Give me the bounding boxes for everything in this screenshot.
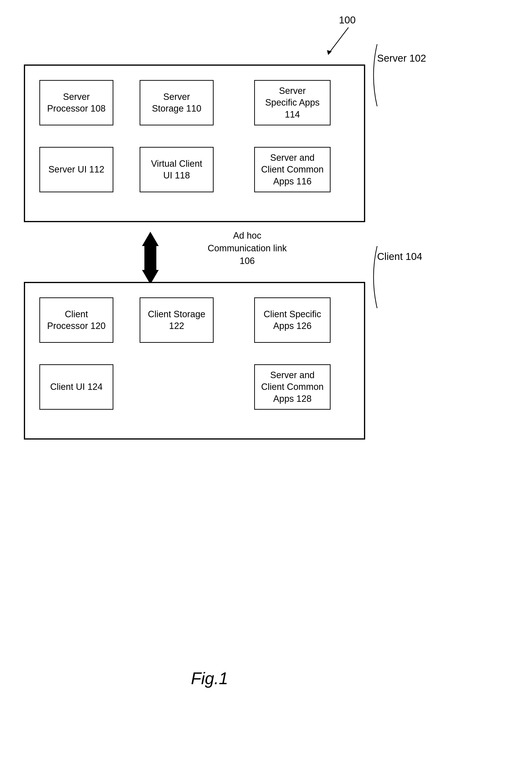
reference-arrow bbox=[324, 26, 353, 57]
server-storage-box: ServerStorage 110 bbox=[139, 80, 214, 125]
server-ui-label: Server UI 112 bbox=[48, 164, 104, 175]
client-storage-box: Client Storage122 bbox=[139, 297, 214, 343]
server-client-common-116-box: Server andClient CommonApps 116 bbox=[254, 147, 330, 192]
client-processor-label: ClientProcessor 120 bbox=[47, 308, 106, 332]
client-ui-label: Client UI 124 bbox=[50, 381, 103, 393]
client-specific-apps-label: Client SpecificApps 126 bbox=[264, 308, 321, 332]
adhoc-label: Ad hoc Communication link 106 bbox=[208, 229, 287, 268]
client-specific-apps-box: Client SpecificApps 126 bbox=[254, 297, 330, 343]
svg-line-0 bbox=[329, 28, 348, 53]
server-specific-apps-box: ServerSpecific Apps114 bbox=[254, 80, 330, 125]
client-ui-box: Client UI 124 bbox=[40, 364, 113, 410]
server-client-common-116-label: Server andClient CommonApps 116 bbox=[261, 152, 324, 187]
reference-100-label: 100 bbox=[339, 14, 356, 26]
client-box: ClientProcessor 120 Client Storage122 Cl… bbox=[24, 282, 365, 440]
server-bracket bbox=[368, 44, 380, 106]
server-client-common-128-label: Server andClient CommonApps 128 bbox=[261, 369, 324, 405]
client-processor-box: ClientProcessor 120 bbox=[40, 297, 113, 343]
figure-label: Fig.1 bbox=[191, 669, 228, 688]
virtual-client-ui-label: Virtual ClientUI 118 bbox=[151, 158, 202, 181]
server-box: ServerProcessor 108 ServerStorage 110 Se… bbox=[24, 64, 365, 222]
communication-arrow bbox=[119, 229, 191, 287]
server-102-label: Server 102 bbox=[377, 53, 426, 64]
server-storage-label: ServerStorage 110 bbox=[152, 91, 201, 115]
server-client-common-128-box: Server andClient CommonApps 128 bbox=[254, 364, 330, 410]
server-processor-label: ServerProcessor 108 bbox=[47, 91, 106, 115]
server-processor-box: ServerProcessor 108 bbox=[40, 80, 113, 125]
server-specific-apps-label: ServerSpecific Apps114 bbox=[265, 85, 319, 120]
diagram: 100 Server 102 ServerProcessor 108 Serve… bbox=[0, 0, 532, 763]
client-104-label: Client 104 bbox=[377, 251, 422, 262]
client-bracket bbox=[368, 246, 380, 308]
svg-rect-4 bbox=[144, 245, 156, 271]
client-storage-label: Client Storage122 bbox=[148, 308, 206, 332]
server-ui-box: Server UI 112 bbox=[40, 147, 113, 192]
virtual-client-ui-box: Virtual ClientUI 118 bbox=[139, 147, 214, 192]
